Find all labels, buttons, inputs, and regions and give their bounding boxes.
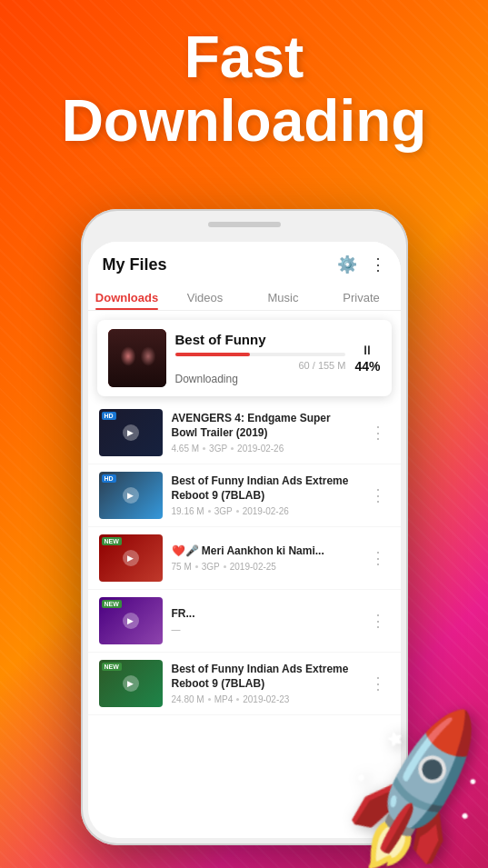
play-overlay-1[interactable]: ▶ — [123, 487, 139, 504]
file-thumbnail-3: NEW ▶ — [99, 597, 163, 644]
tab-bar: Downloads Videos Music Private — [88, 284, 401, 311]
file-more-button-2[interactable]: ⋮ — [366, 548, 390, 568]
file-more-button-0[interactable]: ⋮ — [366, 423, 390, 443]
file-format-1: 3GP — [214, 506, 233, 516]
meta-dot — [236, 698, 239, 701]
download-info: Best of Funny 60 / 155 M Downloading — [175, 332, 346, 385]
file-info-2: ❤️🎤 Meri Aankhon ki Nami... 75 M 3GP 201… — [172, 544, 357, 572]
file-thumbnail-1: HD ▶ — [99, 472, 163, 519]
file-item: NEW ▶ FR... — ⋮ — [88, 590, 401, 653]
download-thumbnail — [108, 329, 166, 387]
settings-icon[interactable]: ⚙️ — [337, 254, 357, 274]
play-overlay-2[interactable]: ▶ — [123, 550, 139, 566]
tab-music[interactable]: Music — [244, 284, 323, 310]
download-percent-area: ⏸ 44% — [354, 343, 380, 374]
file-name-3: FR... — [172, 607, 357, 622]
file-thumbnail-4: NEW ▶ — [99, 660, 163, 707]
progress-bar-fill — [175, 353, 251, 356]
meta-dot — [203, 447, 205, 450]
file-size-3: — — [172, 624, 181, 634]
meta-dot — [208, 698, 211, 701]
file-item: HD ▶ AVENGERS 4: Endgame Super Bowl Trai… — [88, 402, 401, 464]
file-name-2: ❤️🎤 Meri Aankhon ki Nami... — [172, 544, 357, 559]
app-header: My Files ⚙️ ⋮ — [88, 242, 401, 284]
tab-downloads[interactable]: Downloads — [88, 284, 166, 310]
file-more-button-1[interactable]: ⋮ — [366, 485, 390, 505]
app-title: My Files — [103, 255, 167, 274]
file-info-1: Best of Funny Indian Ads Extreme Reboot … — [172, 474, 357, 515]
file-date-0: 2019-02-26 — [237, 444, 284, 454]
file-meta-4: 24.80 M MP4 2019-02-23 — [172, 694, 357, 704]
hero-header: Fast Downloading — [0, 25, 488, 154]
file-label-1: HD — [102, 474, 116, 483]
progress-meta: 60 / 155 M — [175, 360, 346, 371]
meta-dot — [236, 510, 239, 513]
file-name-4: Best of Funny Indian Ads Extreme Reboot … — [172, 663, 357, 691]
file-meta-2: 75 M 3GP 2019-02-25 — [172, 562, 357, 572]
file-more-button-4[interactable]: ⋮ — [366, 673, 390, 693]
file-name-0: AVENGERS 4: Endgame Super Bowl Trailer (… — [172, 412, 357, 440]
file-label-0: HD — [102, 412, 116, 420]
file-label-4: NEW — [102, 663, 122, 671]
file-date-1: 2019-02-26 — [243, 506, 289, 516]
file-item: NEW ▶ Best of Funny Indian Ads Extreme R… — [88, 653, 401, 715]
file-size-2: 75 M — [172, 562, 192, 572]
file-size-4: 24.80 M — [172, 694, 204, 704]
meta-dot — [208, 510, 211, 513]
pause-button[interactable]: ⏸ — [361, 343, 373, 357]
file-date-2: 2019-02-25 — [230, 562, 276, 572]
app-header-icons: ⚙️ ⋮ — [337, 254, 386, 274]
meta-dot — [195, 565, 198, 568]
file-info-4: Best of Funny Indian Ads Extreme Reboot … — [172, 663, 357, 703]
file-size-0: 4.65 M — [172, 444, 200, 454]
file-label-2: NEW — [102, 537, 122, 545]
file-thumbnail-0: HD ▶ — [99, 409, 163, 456]
file-name-1: Best of Funny Indian Ads Extreme Reboot … — [172, 474, 357, 503]
file-meta-3: — — [172, 624, 357, 634]
file-meta-0: 4.65 M 3GP 2019-02-26 — [172, 444, 357, 454]
download-filename: Best of Funny — [175, 332, 346, 347]
play-overlay-0[interactable]: ▶ — [123, 424, 139, 441]
more-icon[interactable]: ⋮ — [370, 254, 386, 274]
download-status: Downloading — [175, 373, 346, 385]
file-meta-1: 19.16 M 3GP 2019-02-26 — [172, 506, 357, 516]
play-overlay-3[interactable]: ▶ — [123, 613, 139, 629]
percent-label: 44% — [354, 359, 380, 374]
hero-title-line2: Downloading — [0, 89, 488, 153]
play-overlay-4[interactable]: ▶ — [123, 675, 139, 692]
hero-title-line1: Fast — [0, 25, 488, 89]
file-more-button-3[interactable]: ⋮ — [366, 611, 390, 631]
file-size-1: 19.16 M — [172, 506, 204, 516]
file-thumbnail-2: NEW ▶ — [99, 534, 163, 582]
file-format-0: 3GP — [209, 444, 227, 454]
file-item: NEW ▶ ❤️🎤 Meri Aankhon ki Nami... 75 M 3… — [88, 527, 401, 590]
file-item: HD ▶ Best of Funny Indian Ads Extreme Re… — [88, 464, 401, 527]
file-date-4: 2019-02-23 — [243, 694, 289, 704]
file-format-4: MP4 — [214, 694, 234, 704]
meta-dot — [231, 447, 234, 450]
file-info-3: FR... — — [172, 607, 357, 634]
file-format-2: 3GP — [202, 562, 220, 572]
tab-videos[interactable]: Videos — [166, 284, 244, 310]
tab-private[interactable]: Private — [323, 284, 401, 310]
meta-dot — [224, 565, 226, 568]
progress-bar-bg — [175, 353, 346, 356]
file-info-0: AVENGERS 4: Endgame Super Bowl Trailer (… — [172, 412, 357, 453]
active-download-card: Best of Funny 60 / 155 M Downloading ⏸ 4… — [97, 320, 392, 396]
file-label-3: NEW — [102, 600, 122, 608]
phone-notch — [208, 222, 281, 227]
